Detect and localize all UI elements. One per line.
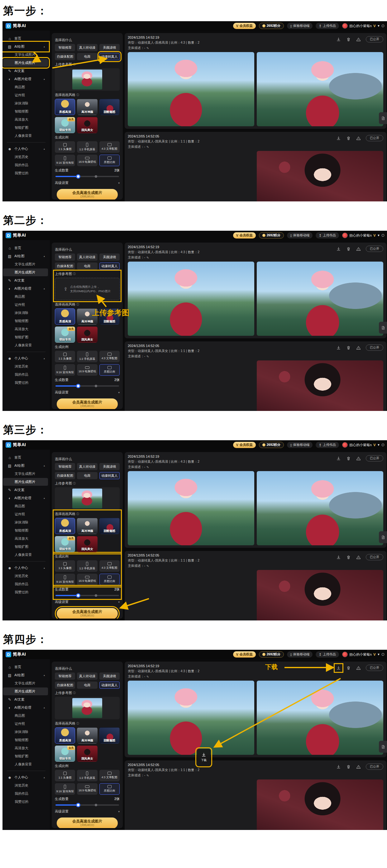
ratio-1-2[interactable]: 1:2 手机屏幕 xyxy=(77,560,97,572)
download-icon[interactable] xyxy=(336,135,341,141)
sidebar-item-image2image[interactable]: 图片生成图片 xyxy=(3,269,48,276)
style-thumb-4[interactable]: 国风美女 xyxy=(77,117,97,133)
report-icon[interactable] xyxy=(356,665,361,671)
sidebar-item-ai-copy[interactable]: ✎ AI文案 xyxy=(3,695,48,703)
what-button-ecommerce[interactable]: 电商 xyxy=(77,53,97,60)
generated-image-2[interactable] xyxy=(257,261,383,336)
upload-work-button[interactable]: ↥ 上传作品 xyxy=(316,442,339,448)
delete-icon[interactable] xyxy=(346,345,351,350)
ratio-16-9[interactable]: 16:9 电脑壁纸 xyxy=(77,155,97,166)
sidebar-item-home[interactable]: ⌂ 首页 xyxy=(3,35,48,42)
collapse-icon[interactable]: ▴ xyxy=(44,464,45,467)
published-button[interactable]: 已公开 xyxy=(366,455,383,461)
ratio-4-3[interactable]: 4:3 文章配图 xyxy=(99,351,120,362)
collapse-icon[interactable]: ▴ xyxy=(44,497,45,499)
sidebar-item-product-image[interactable]: 商品图 xyxy=(3,712,48,720)
delete-icon[interactable] xyxy=(346,135,351,141)
sidebar-item-portrait-bg[interactable]: 人像换背景 xyxy=(3,341,48,349)
sidebar-item-my-likes[interactable]: 我赞过的 xyxy=(3,169,48,177)
sidebar-item-cutout[interactable]: 智能抠图 xyxy=(3,736,48,744)
sidebar-item-ai-draw[interactable]: ▨ AI绘图 ▴ xyxy=(3,462,48,469)
edit-icon[interactable]: ✎ xyxy=(147,564,149,568)
power-icon[interactable]: ⏻ xyxy=(382,652,385,657)
slider-thumb[interactable] xyxy=(76,384,80,388)
generated-image-2[interactable] xyxy=(257,471,383,545)
ratio-1-1[interactable]: 1:1 头像图 xyxy=(55,141,75,153)
slider-thumb[interactable] xyxy=(76,593,80,598)
download-icon[interactable] xyxy=(336,665,341,671)
delete-icon[interactable] xyxy=(346,764,351,770)
ratio-original[interactable]: 原图比例 xyxy=(99,783,120,795)
edit-icon[interactable]: ✎ xyxy=(147,46,149,50)
collapse-icon[interactable]: ▴ xyxy=(44,78,45,81)
what-button-real2anime[interactable]: 真人转动漫 xyxy=(77,253,97,261)
style-thumb-2[interactable]: 甜酷魅惑 xyxy=(99,727,120,744)
what-button-smart[interactable]: 智能推荐 xyxy=(55,673,75,680)
sidebar-item-ai-draw[interactable]: ▨ AI绘图 ▴ xyxy=(3,671,48,679)
advanced-settings[interactable]: 高级设置▾ xyxy=(55,809,120,814)
delete-icon[interactable] xyxy=(346,37,351,42)
sidebar-item-id-photo[interactable]: 证件照 xyxy=(3,91,48,99)
style-thumb-0[interactable]: 质感高清 xyxy=(55,99,75,115)
collapse-icon[interactable]: ▴ xyxy=(44,776,45,779)
sidebar-item-ai-image-process[interactable]: ◐ AI图片处理 ▴ xyxy=(3,704,48,712)
sidebar-item-my-likes[interactable]: 我赞过的 xyxy=(3,798,48,806)
published-button[interactable]: 已公开 xyxy=(366,36,383,42)
sidebar-item-cutout[interactable]: 智能抠图 xyxy=(3,527,48,534)
generated-image-2[interactable] xyxy=(257,361,383,411)
what-button-anime2real[interactable]: 动漫转真人 xyxy=(99,682,120,689)
download-icon[interactable] xyxy=(336,764,341,770)
style-thumb-1[interactable]: 高冷神颜 xyxy=(77,99,97,115)
report-icon[interactable] xyxy=(356,345,361,350)
report-icon[interactable] xyxy=(356,764,361,770)
sidebar-item-personal[interactable]: ☻ 个人中心 ▴ xyxy=(3,564,48,572)
collapse-icon[interactable]: ▴ xyxy=(44,357,45,360)
what-button-ecommerce[interactable]: 电商 xyxy=(77,472,97,479)
style-thumb-4[interactable]: 国风美女 xyxy=(77,745,97,762)
sidebar-item-ai-copy[interactable]: ✎ AI文案 xyxy=(3,486,48,494)
advanced-settings[interactable]: 高级设置▾ xyxy=(55,390,120,395)
style-thumb-4[interactable]: 国风美女 xyxy=(77,536,97,552)
app-logo[interactable]: D 简单AI xyxy=(6,232,26,238)
generated-image-1[interactable] xyxy=(128,52,254,126)
sidebar-item-history[interactable]: 浏览历史 xyxy=(3,153,48,161)
upload-area[interactable] xyxy=(55,487,120,510)
quantity-slider[interactable] xyxy=(56,593,119,598)
sidebar-item-ai-draw[interactable]: ▨ AI绘图 ▴ xyxy=(3,43,48,51)
sidebar-item-product-image[interactable]: 商品图 xyxy=(3,502,48,510)
feedback-chip[interactable] xyxy=(379,112,387,124)
sidebar-item-cutout[interactable]: 智能抠图 xyxy=(3,317,48,325)
sidebar-item-ai-image-process[interactable]: ◐ AI图片处理 ▴ xyxy=(3,494,48,502)
upload-work-button[interactable]: ↥ 上传作品 xyxy=(316,23,339,29)
sidebar-item-text2image[interactable]: 文字生成图片 xyxy=(3,260,48,268)
what-button-beauty[interactable]: 美颜滤镜 xyxy=(99,673,120,680)
upload-area[interactable] xyxy=(55,697,120,719)
quantity-slider[interactable] xyxy=(56,384,119,388)
upload-work-button[interactable]: ↥ 上传作品 xyxy=(316,651,339,657)
download-icon[interactable] xyxy=(336,37,341,42)
generate-button[interactable]: 会员高速生成图片 (消耗2积分) xyxy=(57,399,118,409)
sidebar-item-personal[interactable]: ☻ 个人中心 ▴ xyxy=(3,774,48,781)
sidebar-item-product-image[interactable]: 商品图 xyxy=(3,293,48,301)
generate-button[interactable]: 会员高速生成图片 (消耗2积分) xyxy=(57,817,118,828)
sidebar-item-portrait-bg[interactable]: 人像换背景 xyxy=(3,132,48,140)
generated-image-2[interactable] xyxy=(257,52,383,126)
quantity-slider[interactable] xyxy=(56,803,119,807)
sidebar-item-home[interactable]: ⌂ 首页 xyxy=(3,454,48,461)
power-icon[interactable]: ⏻ xyxy=(382,443,385,447)
advanced-settings[interactable]: 高级设置▾ xyxy=(55,181,120,185)
collapse-icon[interactable]: ▴ xyxy=(44,706,45,709)
ratio-4-3[interactable]: 4:3 文章配图 xyxy=(99,141,120,153)
style-thumb-0[interactable]: 质感高清 xyxy=(55,727,75,744)
ratio-1-2[interactable]: 1:2 手机屏幕 xyxy=(77,351,97,362)
sidebar-item-my-likes[interactable]: 我赞过的 xyxy=(3,379,48,386)
edit-icon[interactable]: ✎ xyxy=(147,774,149,777)
sidebar-item-history[interactable]: 浏览历史 xyxy=(3,572,48,580)
ratio-1-2[interactable]: 1:2 手机屏幕 xyxy=(77,141,97,153)
ratio-9-16[interactable]: 9:16 宣传海报 xyxy=(55,155,75,166)
sidebar-item-portrait-bg[interactable]: 人像换背景 xyxy=(3,551,48,559)
sidebar-item-history[interactable]: 浏览历史 xyxy=(3,782,48,789)
sidebar-item-my-works[interactable]: 我的作品 xyxy=(3,580,48,588)
sidebar-item-home[interactable]: ⌂ 首页 xyxy=(3,663,48,671)
mobile-version-button[interactable]: ▯ 体验移动端 xyxy=(287,232,313,239)
